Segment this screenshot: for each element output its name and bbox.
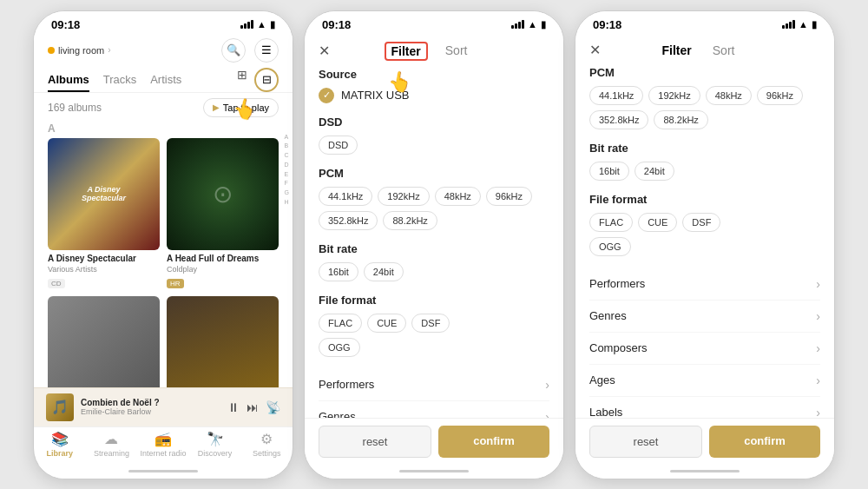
tab-tracks[interactable]: Tracks (103, 68, 137, 91)
genres-nav-2[interactable]: Genres › (319, 401, 549, 418)
chip-192-3[interactable]: 192kHz (648, 86, 700, 105)
filter-tab-sort-3[interactable]: Sort (709, 42, 739, 59)
tab-artists[interactable]: Artists (150, 68, 181, 91)
chip-dsf-3[interactable]: DSF (682, 213, 720, 232)
genres-chevron-3: › (816, 309, 820, 323)
chip-ogg[interactable]: OGG (319, 338, 360, 357)
grid-icon[interactable]: ⊞ (237, 68, 247, 92)
chip-3528-3[interactable]: 352.8kHz (589, 110, 648, 129)
album-coldplay[interactable]: A Head Full of Dreams Coldplay HR (167, 138, 279, 289)
nav-discovery[interactable]: 🔭 Discovery (189, 431, 241, 458)
signal-icon (240, 20, 253, 29)
radio-icon: 📻 (155, 431, 172, 447)
phone-1: 09:18 ▲ ▮ living room › 🔍 ☰ Albums Track (33, 10, 293, 479)
signal-icon-3 (782, 20, 795, 29)
pause-button[interactable]: ⏸ (227, 400, 240, 414)
bitrate-section-3: Bit rate 16bit 24bit (589, 142, 820, 181)
tap-to-play-btn[interactable]: ▶ Tap to play (203, 98, 279, 117)
nav-internet-radio[interactable]: 📻 Internet radio (137, 431, 189, 458)
filter-tab-filter-3[interactable]: Filter (659, 42, 695, 59)
labels-nav-3[interactable]: Labels › (589, 397, 820, 418)
tab-albums[interactable]: Albums (48, 68, 89, 91)
nav-library[interactable]: 📚 Library (34, 431, 86, 458)
reset-button-3[interactable]: reset (589, 426, 702, 458)
chip-16bit-3[interactable]: 16bit (589, 162, 629, 181)
next-button[interactable]: ⏭ (247, 400, 259, 414)
filter-icon[interactable]: ⊟ (254, 68, 279, 92)
tab-icons: ⊞ ⊟ (237, 68, 279, 92)
nav-discovery-label: Discovery (198, 449, 233, 458)
home-indicator-2 (305, 465, 563, 479)
filter-tab-filter[interactable]: Filter (385, 42, 428, 61)
chip-24bit[interactable]: 24bit (364, 262, 404, 281)
confirm-button-3[interactable]: confirm (709, 426, 820, 458)
chip-ogg-3[interactable]: OGG (589, 237, 631, 256)
album-artist-coldplay: Coldplay (167, 265, 279, 274)
close-button-2[interactable]: ✕ (319, 43, 330, 59)
chip-16bit[interactable]: 16bit (319, 262, 358, 281)
performers-nav-2[interactable]: Performers › (319, 369, 549, 401)
source-item-matrix[interactable]: ✓ MATRIX USB (319, 88, 549, 103)
chip-96[interactable]: 96kHz (486, 187, 532, 206)
album-disney[interactable]: A DisneySpectacular A Disney Spectacular… (48, 138, 160, 289)
pcm-chips-3: 44.1kHz 192kHz 48kHz 96kHz 352.8kHz 88.2… (589, 86, 820, 129)
section-letter-a: A (48, 122, 279, 135)
chip-882[interactable]: 88.2kHz (383, 211, 437, 230)
bitrate-chips-3: 16bit 24bit (589, 162, 820, 181)
chip-dsd[interactable]: DSD (319, 135, 358, 155)
dsd-chips: DSD (319, 135, 549, 155)
battery-icon-3: ▮ (812, 19, 817, 30)
chip-441-3[interactable]: 44.1kHz (589, 86, 643, 105)
chip-882-3[interactable]: 88.2kHz (654, 110, 707, 129)
filter-tab-sort[interactable]: Sort (442, 42, 471, 61)
battery-icon: ▮ (270, 19, 275, 30)
performers-label-2: Performers (319, 378, 374, 391)
nav-settings[interactable]: ⚙ Settings (240, 431, 293, 458)
wifi-icon-3: ▲ (799, 19, 808, 30)
home-indicator-1 (34, 465, 293, 479)
source-chevron: › (108, 45, 110, 55)
composers-nav-3[interactable]: Composers › (589, 333, 820, 365)
chip-flac[interactable]: FLAC (319, 314, 362, 333)
album-badge-coldplay: HR (167, 279, 184, 288)
albums-bar: 169 albums ▶ Tap to play (34, 93, 293, 122)
now-playing-bar: 🎵 Combien de Noël ? Emilie-Claire Barlow… (34, 387, 293, 426)
fileformat-label-3: File format (589, 193, 820, 206)
streaming-icon: ☁ (104, 431, 118, 447)
chip-flac-3[interactable]: FLAC (589, 213, 633, 232)
chip-cue[interactable]: CUE (367, 314, 406, 333)
source-row: living room › (48, 45, 111, 56)
chip-3528[interactable]: 352.8kHz (319, 211, 378, 230)
chip-96-3[interactable]: 96kHz (757, 86, 803, 105)
ages-nav-3[interactable]: Ages › (589, 365, 820, 397)
fileformat-chips-3: FLAC CUE DSF (589, 213, 820, 232)
album-3[interactable] (48, 296, 160, 387)
confirm-button-2[interactable]: confirm (438, 426, 549, 458)
signal-icon-2 (511, 20, 524, 29)
queue-icon[interactable]: ☰ (254, 38, 279, 63)
nav-streaming[interactable]: ☁ Streaming (86, 431, 138, 458)
chip-dsf[interactable]: DSF (411, 314, 450, 333)
close-button-3[interactable]: ✕ (589, 42, 601, 58)
chip-192[interactable]: 192kHz (378, 187, 429, 206)
nav-radio-label: Internet radio (140, 449, 186, 458)
chip-48[interactable]: 48kHz (435, 187, 481, 206)
performers-label-3: Performers (589, 277, 645, 290)
album-4[interactable] (167, 296, 279, 387)
bitrate-label-3: Bit rate (589, 142, 820, 155)
chip-cue-3[interactable]: CUE (638, 213, 677, 232)
album-badge-disney: CD (48, 279, 65, 288)
genres-label-2: Genres (319, 410, 356, 418)
chip-441[interactable]: 44.1kHz (319, 187, 372, 206)
airplay-icon[interactable]: 📡 (266, 400, 280, 414)
chip-24bit-3[interactable]: 24bit (635, 162, 674, 181)
performers-nav-3[interactable]: Performers › (589, 268, 820, 301)
reset-button-2[interactable]: reset (319, 426, 431, 458)
pcm-section-2: PCM 44.1kHz 192kHz 48kHz 96kHz 352.8kHz … (319, 167, 549, 230)
chip-48-3[interactable]: 48kHz (706, 86, 752, 105)
genres-nav-3[interactable]: Genres › (589, 301, 820, 333)
source-section-2: Source ✓ MATRIX USB (319, 68, 549, 103)
album-grid-1: A DisneySpectacular A Disney Spectacular… (48, 138, 279, 289)
source-item-label: MATRIX USB (341, 89, 410, 102)
search-icon[interactable]: 🔍 (221, 38, 246, 63)
